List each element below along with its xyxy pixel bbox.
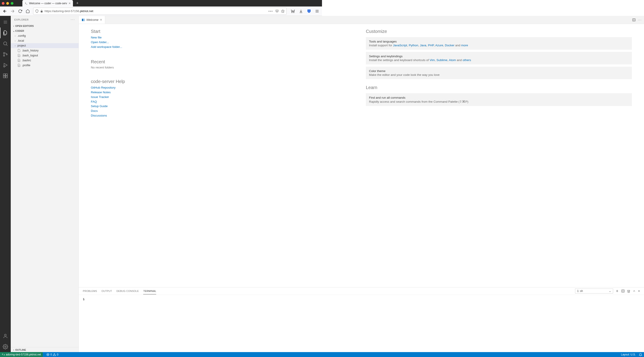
browser-titlebar: Welcome — coder — code-serv ✕ + [0,0,322,6]
svg-point-14 [4,66,5,67]
svg-rect-15 [3,74,5,76]
open-editors-header[interactable]: › OPEN EDITORS [11,23,78,28]
home-button[interactable] [24,8,31,14]
shield-icon[interactable] [35,9,39,13]
sidebar-title: EXPLORER [14,18,29,21]
welcome-file-icon [82,18,85,22]
browser-toolbar: https://adoring-bird-57156.pktriot.net •… [0,6,322,16]
tab-close-icon[interactable]: ✕ [68,2,71,5]
help-link[interactable]: GitHub Repository [91,86,116,89]
file-icon [18,49,21,52]
editor-tabs: Welcome ✕ ··· [79,16,322,24]
sidebar: EXPLORER ··· › OPEN EDITORS ⌄ CODER › .c… [11,16,79,178]
file-tree: › .config › .local › project .bash_histo… [11,33,78,178]
svg-rect-27 [82,18,83,21]
svg-point-12 [6,54,8,55]
help-link[interactable]: Docs [91,109,98,112]
new-tab-button[interactable]: + [74,0,80,6]
help-heading: code-server Help [91,79,322,84]
bitwarden-icon[interactable] [306,8,312,14]
svg-point-11 [4,55,5,56]
reload-button[interactable] [17,8,23,14]
tab-favicon-icon [24,2,28,5]
svg-point-8 [4,42,7,45]
pocket-icon[interactable] [275,9,279,13]
help-link[interactable]: Issue Tracker [91,95,109,99]
source-control-icon[interactable] [0,49,11,60]
tree-file[interactable]: .bashrc [11,58,78,63]
window-controls [2,2,14,5]
svg-marker-1 [281,10,284,12]
chevron-right-icon: › [12,24,15,27]
chevron-right-icon: › [15,44,18,47]
editor-area: Welcome ✕ ··· Start New file Open folder… [79,16,322,178]
editor-tab-label: Welcome [86,18,98,21]
menu-icon[interactable] [0,17,11,27]
url-actions: ••• [268,9,285,13]
minimize-window-icon[interactable] [6,2,9,5]
file-icon [18,64,21,67]
help-link[interactable]: Setup Guide [91,104,108,108]
tree-file[interactable]: .bash_logout [11,53,78,58]
chevron-down-icon: ⌄ [12,29,15,32]
sidebar-header: EXPLORER ··· [11,16,78,23]
svg-rect-16 [3,76,5,78]
svg-rect-28 [84,18,84,20]
close-window-icon[interactable] [2,2,4,5]
help-link[interactable]: Discussions [91,114,107,117]
chevron-right-icon: › [15,35,18,37]
start-section: Start New file Open folder... Add worksp… [91,29,322,49]
workspace-header[interactable]: ⌄ CODER [11,28,78,33]
add-workspace-folder-link[interactable]: Add workspace folder... [91,45,122,48]
recent-empty: No recent folders [91,66,322,69]
maximize-window-icon[interactable] [11,2,14,5]
explorer-icon[interactable] [0,27,11,38]
welcome-page: Start New file Open folder... Add worksp… [79,24,322,178]
extensions-icon[interactable] [0,70,11,81]
app: EXPLORER ··· › OPEN EDITORS ⌄ CODER › .c… [0,16,322,178]
browser-tab-title: Welcome — coder — code-serv [29,2,67,5]
help-link[interactable]: FAQ [91,100,97,103]
chevron-right-icon: › [15,39,18,42]
sidebar-more-icon[interactable]: ··· [71,18,75,22]
toolbar-right [290,8,320,14]
welcome-left: Start New file Open folder... Add worksp… [91,29,322,178]
hamburger-menu-icon[interactable] [314,8,320,14]
svg-point-10 [4,52,5,54]
start-heading: Start [91,29,322,34]
svg-rect-17 [6,76,8,78]
close-icon[interactable]: ✕ [100,18,102,21]
svg-rect-0 [41,11,42,12]
new-file-link[interactable]: New file [91,36,102,39]
run-debug-icon[interactable] [0,60,11,70]
tree-folder[interactable]: › .config [11,33,78,38]
recent-heading: Recent [91,59,322,64]
help-link[interactable]: Release Notes [91,91,111,94]
browser-tab[interactable]: Welcome — coder — code-serv ✕ [22,0,73,6]
downloads-icon[interactable] [298,8,304,14]
tree-file[interactable]: .bash_history [11,48,78,53]
help-section: code-server Help GitHub Repository Relea… [91,79,322,118]
url-bar[interactable]: https://adoring-bird-57156.pktriot.net •… [33,7,287,15]
svg-rect-18 [6,74,8,76]
search-icon[interactable] [0,38,11,49]
activity-bar [0,16,11,178]
bookmark-star-icon[interactable] [281,9,285,13]
svg-rect-29 [84,20,84,21]
svg-line-9 [6,45,8,46]
file-icon [18,59,21,62]
forward-button[interactable] [10,8,16,14]
editor-tab-welcome[interactable]: Welcome ✕ [79,16,105,24]
page-actions-icon[interactable]: ••• [268,9,273,13]
tree-folder-selected[interactable]: › project [11,43,78,48]
url-text: https://adoring-bird-57156.pktriot.net [44,9,93,13]
back-button[interactable] [2,8,8,14]
extension-w-icon[interactable] [290,8,296,14]
lock-icon[interactable] [40,10,43,13]
open-folder-link[interactable]: Open folder... [91,40,109,44]
recent-section: Recent No recent folders [91,59,322,69]
tree-file[interactable]: .profile [11,63,78,68]
file-icon [18,54,21,57]
tree-folder[interactable]: › .local [11,38,78,43]
